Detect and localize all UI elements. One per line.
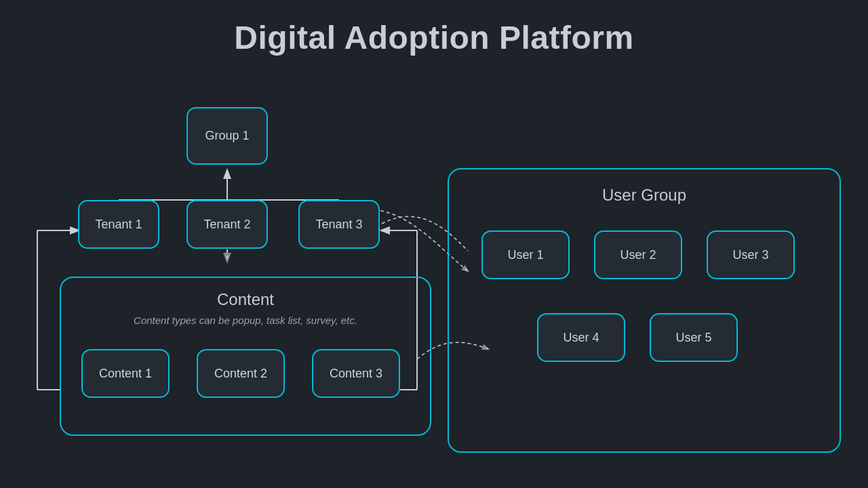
page-title: Digital Adoption Platform <box>0 0 868 56</box>
user5-node: User 5 <box>650 313 738 362</box>
user2-node: User 2 <box>594 230 682 279</box>
tenant3-node: Tenant 3 <box>298 200 380 249</box>
content-sublabel: Content types can be popup, task list, s… <box>134 314 357 326</box>
content-container: Content Content types can be popup, task… <box>60 277 431 436</box>
user1-node: User 1 <box>481 230 570 279</box>
page: Digital Adoption Platform <box>0 0 868 488</box>
usergroup-label: User Group <box>602 186 686 205</box>
usergroup-container: User Group User 1 User 2 User 3 User 4 U… <box>448 168 841 453</box>
content1-node: Content 1 <box>81 349 170 398</box>
tenant2-node: Tenant 2 <box>186 200 268 249</box>
content2-node: Content 2 <box>197 349 285 398</box>
user3-node: User 3 <box>707 230 795 279</box>
user4-node: User 4 <box>537 313 625 362</box>
content3-node: Content 3 <box>312 349 400 398</box>
group1-node: Group 1 <box>186 107 268 165</box>
content-label: Content <box>217 290 274 309</box>
tenant1-node: Tenant 1 <box>78 200 159 249</box>
